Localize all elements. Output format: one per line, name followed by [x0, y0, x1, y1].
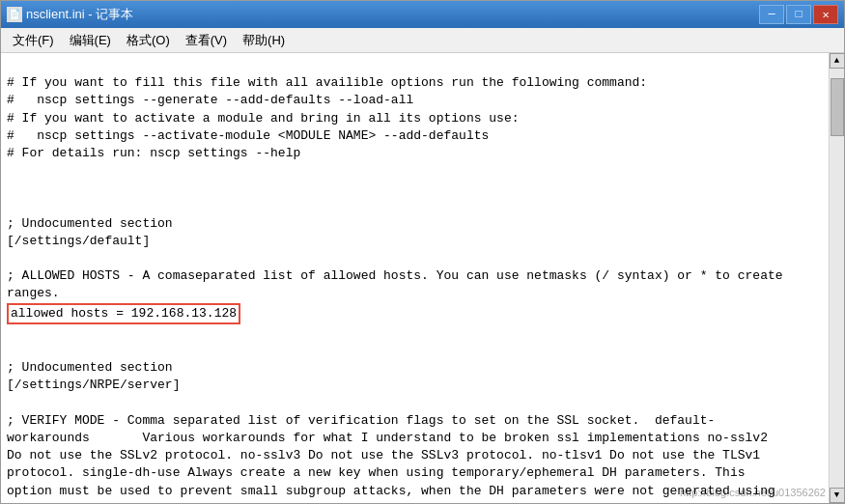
line-16: protocol. single-dh-use Always create a … [7, 465, 746, 480]
line-13: ; VERIFY MODE - Comma separated list of … [7, 413, 715, 428]
line-5: # For details run: nscp settings --help [7, 146, 300, 160]
watermark: http://blog.csdn.net/u01356262 [680, 487, 826, 498]
title-bar: 📄 nsclient.ini - 记事本 ─ □ ✕ [1, 1, 844, 28]
window-title: nsclient.ini - 记事本 [26, 6, 133, 23]
menu-help[interactable]: 帮助(H) [235, 29, 293, 52]
menu-view[interactable]: 查看(V) [178, 29, 235, 52]
line-4: # nscp settings --activate-module <MODUL… [7, 128, 489, 143]
window-controls: ─ □ ✕ [759, 5, 838, 24]
scrollbar-thumb[interactable] [831, 78, 844, 136]
main-window: 📄 nsclient.ini - 记事本 ─ □ ✕ 文件(F) 编辑(E) 格… [0, 0, 845, 504]
highlighted-line: allowed hosts = 192.168.13.128 [7, 303, 240, 324]
close-button[interactable]: ✕ [813, 5, 838, 24]
text-editor[interactable]: # If you want to fill this file with all… [1, 53, 829, 503]
line-1: # If you want to fill this file with all… [7, 75, 647, 90]
line-9: ; ALLOWED HOSTS - A comaseparated list o… [7, 268, 783, 283]
line-17: option must be used to prevent small sub… [7, 484, 775, 498]
line-18: 'strong' primes (e.g. when using DSA-par… [7, 501, 376, 503]
content-area: # If you want to fill this file with all… [1, 53, 844, 503]
line-11: ; Undocumented section [7, 360, 173, 375]
scroll-down-button[interactable]: ▼ [830, 488, 845, 503]
line-3: # If you want to activate a module and b… [7, 111, 520, 126]
minimize-button[interactable]: ─ [759, 5, 784, 24]
line-10: ranges. [7, 286, 60, 300]
scrollbar[interactable]: ▲ ▼ [829, 53, 844, 503]
menu-edit[interactable]: 编辑(E) [62, 29, 119, 52]
line-8: [/settings/default] [7, 234, 150, 248]
scrollbar-track[interactable] [831, 69, 844, 488]
line-7: ; Undocumented section [7, 216, 173, 231]
scroll-up-button[interactable]: ▲ [830, 53, 845, 69]
line-14: workarounds Various workarounds for what… [7, 431, 768, 445]
title-bar-left: 📄 nsclient.ini - 记事本 [7, 6, 133, 23]
menu-bar: 文件(F) 编辑(E) 格式(O) 查看(V) 帮助(H) [1, 28, 844, 53]
menu-file[interactable]: 文件(F) [5, 29, 62, 52]
menu-format[interactable]: 格式(O) [119, 29, 178, 52]
line-2: # nscp settings --generate --add-default… [7, 93, 413, 107]
line-15: Do not use the SSLv2 protocol. no-sslv3 … [7, 448, 760, 462]
app-icon: 📄 [7, 7, 22, 22]
restore-button[interactable]: □ [786, 5, 811, 24]
line-12: [/settings/NRPE/server] [7, 378, 180, 392]
